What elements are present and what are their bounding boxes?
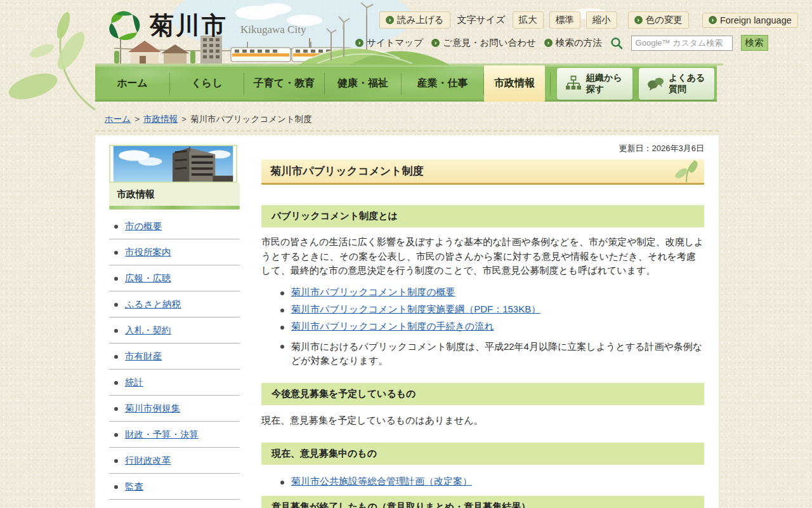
org-search-button[interactable]: 組織から探す xyxy=(557,68,632,100)
breadcrumb-section-link[interactable]: 市政情報 xyxy=(143,114,178,124)
sidebar-item-nyusatsu[interactable]: 入札・契約 xyxy=(109,318,240,344)
breadcrumb-separator: > xyxy=(181,114,187,124)
about-link-pdf[interactable]: 菊川市パブリックコメント制度実施要綱（PDF：153KB） xyxy=(291,302,540,316)
search-input[interactable] xyxy=(631,36,733,51)
sitemap-link[interactable]: › サイトマップ xyxy=(355,37,423,49)
page-title: 菊川市パブリックコメント制度 xyxy=(261,164,424,178)
sidebar-item-toukei[interactable]: 統計 xyxy=(109,370,240,396)
org-chart-icon xyxy=(565,76,582,91)
bullet-icon xyxy=(114,277,118,281)
bullet-icon xyxy=(114,329,118,333)
arrow-icon: › xyxy=(431,39,440,47)
search-button[interactable]: 検索 xyxy=(741,35,768,51)
faq-button[interactable]: よくある質問 xyxy=(639,68,714,100)
sidebar: 市政情報 市の概要 市役所案内 広報・広聴 ふるさと納税 入札・契約 市有財産 … xyxy=(109,145,240,508)
section-heading-about: パブリックコメント制度とは xyxy=(261,205,704,227)
foreign-language-label: Foreign language xyxy=(720,15,792,25)
sidebar-item-gaiyou[interactable]: 市の概要 xyxy=(109,213,240,239)
leaf-decoration-icon xyxy=(674,159,700,182)
search-help-label: 検索の方法 xyxy=(556,37,602,49)
nav-item-shisei-active[interactable]: 市政情報 xyxy=(484,65,545,102)
bullet-icon xyxy=(114,355,118,359)
breadcrumb-current: 菊川市パブリックコメント制度 xyxy=(190,114,312,124)
nav-divider xyxy=(550,73,551,95)
arrow-icon: › xyxy=(634,16,643,24)
nav-item-sangyo[interactable]: 産業・仕事 xyxy=(402,65,483,102)
color-change-button[interactable]: › 色の変更 xyxy=(628,11,689,29)
about-link-overview[interactable]: 菊川市パブリックコメント制度の概要 xyxy=(291,285,455,298)
current-links: 菊川市公共施設等総合管理計画（改定案） xyxy=(280,472,704,490)
global-navigation: ホーム くらし 子育て・教育 健康・福祉 産業・仕事 市政情報 組織から探す xyxy=(95,65,717,102)
sidebar-item-annai[interactable]: 市役所案内 xyxy=(109,239,240,265)
breadcrumb-home-link[interactable]: ホーム xyxy=(105,114,131,124)
contact-link[interactable]: › ご意見・お問い合わせ xyxy=(431,37,536,49)
read-aloud-button[interactable]: › 読み上げる xyxy=(379,11,450,29)
utility-bar: › 読み上げる 文字サイズ 拡大 標準 縮小 › 色の変更 › Foreign … xyxy=(379,11,798,29)
site-logo[interactable]: 菊川市 Kikugawa City xyxy=(105,9,306,42)
bullet-icon xyxy=(114,485,118,489)
nav-item-home[interactable]: ホーム xyxy=(95,65,169,102)
sidebar-item-furusato[interactable]: ふるさと納税 xyxy=(109,291,240,318)
city-name: 菊川市 xyxy=(150,10,228,42)
page-title-bar: 菊川市パブリックコメント制度 xyxy=(261,159,704,185)
arrow-icon: › xyxy=(544,39,553,47)
bullet-icon xyxy=(114,303,118,307)
nav-item-kurashi[interactable]: くらし xyxy=(170,65,244,102)
list-item: 菊川市パブリックコメント制度の概要 xyxy=(280,283,704,300)
bullet-icon xyxy=(114,433,118,437)
sidebar-item-gyouzaisei[interactable]: 行財政改革 xyxy=(109,448,240,474)
sidebar-item-jouhou[interactable]: 情報公開 xyxy=(109,500,240,508)
sidebar-item-kansa[interactable]: 監査 xyxy=(109,474,240,500)
content-area: 市政情報 市の概要 市役所案内 広報・広聴 ふるさと納税 入札・契約 市有財産 … xyxy=(95,135,719,508)
foreign-language-button[interactable]: › Foreign language xyxy=(702,13,798,28)
city-emblem-icon xyxy=(105,9,143,42)
bullet-icon xyxy=(114,251,118,255)
sidebar-menu: 市の概要 市役所案内 広報・広聴 ふるさと納税 入札・契約 市有財産 統計 菊川… xyxy=(109,213,240,508)
arrow-icon: › xyxy=(386,16,394,24)
org-search-label: 組織から探す xyxy=(586,72,624,95)
bullet-icon xyxy=(114,381,118,385)
tea-leaf-decoration xyxy=(0,11,108,113)
list-item: 菊川市におけるパブリックコメント制度は、平成22年4月以降に立案しようとする計画… xyxy=(280,340,704,368)
bullet-icon xyxy=(280,345,284,349)
train-illustration xyxy=(231,42,351,62)
sidebar-item-zaisei[interactable]: 財政・予算・決算 xyxy=(109,422,240,448)
list-item: 菊川市パブリックコメント制度実施要綱（PDF：153KB） xyxy=(280,300,704,318)
section-heading-finished: 意見募集が終了したもの（意見取りまとめ・意見募集結果） xyxy=(261,496,704,508)
font-size-label: 文字サイズ xyxy=(457,14,506,26)
nav-item-kosodate[interactable]: 子育て・教育 xyxy=(244,65,324,102)
sidebar-title: 市政情報 xyxy=(109,183,240,206)
planned-text: 現在、意見募集を予定しているものはありません。 xyxy=(261,413,704,427)
faq-label: よくある質問 xyxy=(669,72,707,95)
breadcrumb-separator: > xyxy=(134,114,140,124)
about-links: 菊川市パブリックコメント制度の概要 菊川市パブリックコメント制度実施要綱（PDF… xyxy=(280,283,704,335)
font-normal-button[interactable]: 標準 xyxy=(549,11,580,29)
font-small-button[interactable]: 縮小 xyxy=(586,11,617,29)
color-change-label: 色の変更 xyxy=(646,14,683,26)
page: 菊川市 Kikugawa City › 読み上げる 文字サイズ 拡大 標準 縮小… xyxy=(0,0,812,508)
section-heading-planned: 今後意見募集を予定しているもの xyxy=(261,383,704,405)
section-heading-current: 現在、意見募集中のもの xyxy=(261,443,704,465)
bullet-icon xyxy=(280,326,284,330)
font-large-button[interactable]: 拡大 xyxy=(513,11,544,29)
about-link-flow[interactable]: 菊川市パブリックコメント制度の手続きの流れ xyxy=(291,319,494,333)
content-top-divider xyxy=(95,130,719,131)
sidebar-item-kouhou[interactable]: 広報・広聴 xyxy=(109,265,240,291)
sidebar-item-zaisan[interactable]: 市有財産 xyxy=(109,344,240,370)
arrow-icon: › xyxy=(709,16,717,24)
bullet-icon xyxy=(114,459,118,463)
contact-label: ご意見・お問い合わせ xyxy=(443,37,536,49)
about-note-list: 菊川市におけるパブリックコメント制度は、平成22年4月以降に立案しようとする計画… xyxy=(280,340,704,368)
arrow-icon: › xyxy=(355,39,363,47)
bullet-icon xyxy=(280,481,284,485)
city-hall-photo xyxy=(109,145,237,183)
bullet-icon xyxy=(114,225,118,229)
read-aloud-label: 読み上げる xyxy=(397,14,444,26)
nav-item-kenko[interactable]: 健康・福祉 xyxy=(325,65,401,102)
about-note: 菊川市におけるパブリックコメント制度は、平成22年4月以降に立案しようとする計画… xyxy=(291,340,704,368)
city-name-english: Kikugawa City xyxy=(240,23,306,36)
sidebar-item-reiki[interactable]: 菊川市例規集 xyxy=(109,396,240,422)
current-link-plan[interactable]: 菊川市公共施設等総合管理計画（改定案） xyxy=(291,474,472,488)
search-help-link[interactable]: › 検索の方法 xyxy=(544,37,602,49)
sidebar-paint-strip xyxy=(109,206,240,210)
